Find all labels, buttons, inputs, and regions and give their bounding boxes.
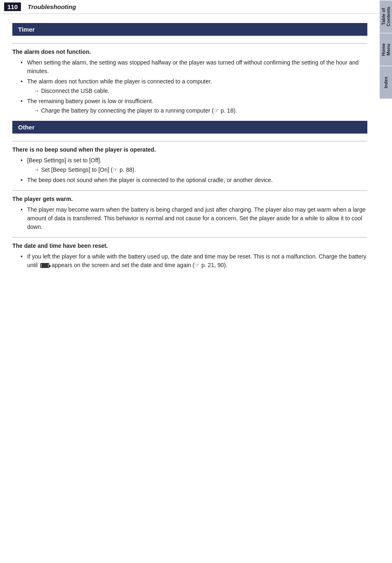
list-item: The beep does not sound when the player … [21,176,367,185]
page-title: Troubleshooting [28,3,76,10]
alarm-bullets: When setting the alarm, the setting was … [12,58,367,115]
date-time-subsection: The date and time have been reset. If yo… [12,237,367,270]
date-time-title: The date and time have been reset. [12,242,367,249]
arrow-item: Set [Beep Settings] to [On] (☞ p. 88). [27,166,367,174]
arrow-item: Disconnect the USB cable. [27,87,367,95]
arrow-item: Charge the battery by connecting the pla… [27,106,367,115]
page-header: 110 Troubleshooting [0,0,392,14]
list-item: When setting the alarm, the setting was … [21,58,367,76]
sidebar-tab-home-menu[interactable]: HomeMenu [380,33,392,66]
player-warm-title: The player gets warm. [12,196,367,202]
list-item: The player may become warm when the batt… [21,205,367,231]
no-beep-subsection: There is no beep sound when the player i… [12,141,367,185]
alarm-title: The alarm does not function. [12,48,367,55]
page-number: 110 [4,2,21,11]
sidebar-tab-table-of-contents[interactable]: Table ofContents [380,0,392,33]
alarm-subsection: The alarm does not function. When settin… [12,43,367,115]
player-warm-subsection: The player gets warm. The player may bec… [12,190,367,231]
list-item: The alarm does not function while the pl… [21,77,367,95]
main-content: Timer The alarm does not function. When … [0,14,380,288]
battery-full-icon [40,263,49,268]
no-beep-bullets: [Beep Settings] is set to [Off]. Set [Be… [12,156,367,185]
player-warm-bullets: The player may become warm when the batt… [12,205,367,231]
list-item: If you left the player for a while with … [21,252,367,270]
list-item: The remaining battery power is low or in… [21,97,367,115]
date-time-bullets: If you left the player for a while with … [12,252,367,270]
right-sidebar: Table ofContents HomeMenu Index [380,0,392,563]
timer-section-header: Timer [12,23,367,36]
other-section-header: Other [12,121,367,134]
list-item: [Beep Settings] is set to [Off]. Set [Be… [21,156,367,174]
sidebar-tab-index[interactable]: Index [380,66,392,99]
no-beep-title: There is no beep sound when the player i… [12,146,367,153]
